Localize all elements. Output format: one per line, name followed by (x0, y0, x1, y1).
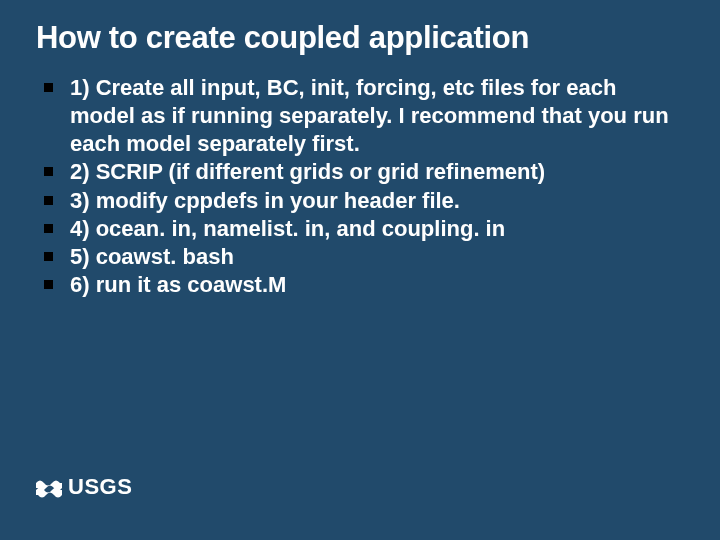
list-item: 3) modify cppdefs in your header file. (42, 187, 684, 215)
list-item: 4) ocean. in, namelist. in, and coupling… (42, 215, 684, 243)
list-item: 2) SCRIP (if different grids or grid ref… (42, 158, 684, 186)
list-item-text: 2) SCRIP (if different grids or grid ref… (70, 159, 545, 184)
usgs-logo: USGS (36, 474, 132, 500)
bullet-list: 1) Create all input, BC, init, forcing, … (36, 74, 684, 299)
list-item-text: 5) coawst. bash (70, 244, 234, 269)
wave-icon (36, 476, 62, 498)
list-item-text: 1) Create all input, BC, init, forcing, … (70, 75, 669, 156)
logo-text: USGS (68, 474, 132, 500)
list-item-text: 4) ocean. in, namelist. in, and coupling… (70, 216, 505, 241)
list-item-text: 3) modify cppdefs in your header file. (70, 188, 460, 213)
list-item-text: 6) run it as coawst.M (70, 272, 286, 297)
slide: How to create coupled application 1) Cre… (0, 0, 720, 540)
list-item: 1) Create all input, BC, init, forcing, … (42, 74, 684, 158)
slide-title: How to create coupled application (36, 20, 684, 56)
list-item: 6) run it as coawst.M (42, 271, 684, 299)
list-item: 5) coawst. bash (42, 243, 684, 271)
